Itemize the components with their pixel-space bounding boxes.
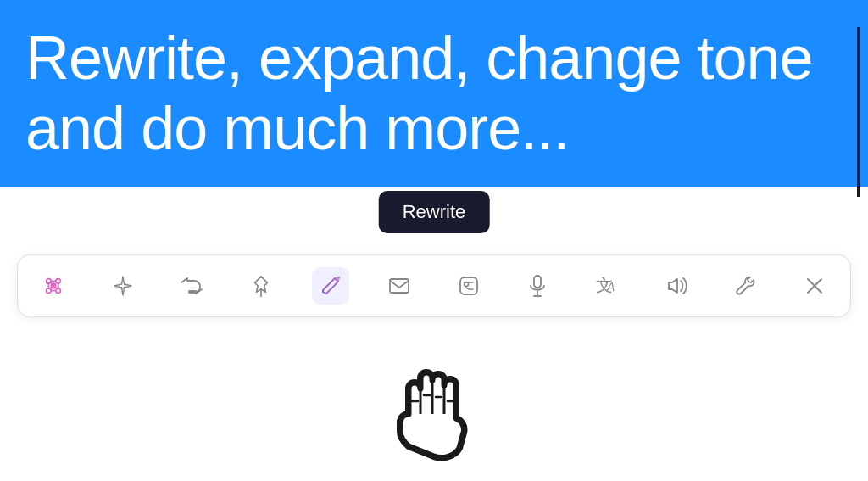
cursor-hand [387, 355, 481, 468]
brain-icon[interactable] [35, 267, 72, 305]
svg-point-1 [56, 279, 61, 284]
translate-icon[interactable]: 文 A [588, 267, 626, 305]
rewrite-pencil-icon[interactable] [312, 267, 349, 305]
svg-rect-18 [534, 276, 541, 288]
toolbar: 文 A [17, 254, 851, 317]
speaker-icon[interactable] [658, 267, 695, 305]
arrows-icon[interactable] [173, 267, 210, 305]
hero-text: Rewrite, expand, change tone and do much… [25, 23, 843, 164]
hero-section: Rewrite, expand, change tone and do much… [0, 0, 868, 187]
email-icon[interactable] [381, 267, 418, 305]
pin-icon[interactable] [242, 267, 280, 305]
mic-icon[interactable] [519, 267, 556, 305]
svg-rect-14 [390, 279, 409, 293]
svg-point-0 [47, 279, 52, 284]
svg-point-2 [47, 288, 52, 294]
wrench-icon[interactable] [726, 267, 764, 305]
close-icon[interactable] [796, 267, 833, 305]
svg-point-13 [337, 277, 340, 279]
blog-icon[interactable] [450, 267, 487, 305]
svg-rect-15 [460, 277, 477, 294]
sparkle-icon[interactable] [104, 267, 142, 305]
svg-point-3 [56, 288, 61, 294]
text-cursor [857, 27, 860, 197]
rewrite-tooltip[interactable]: Rewrite [379, 191, 490, 233]
svg-text:A: A [606, 280, 615, 294]
